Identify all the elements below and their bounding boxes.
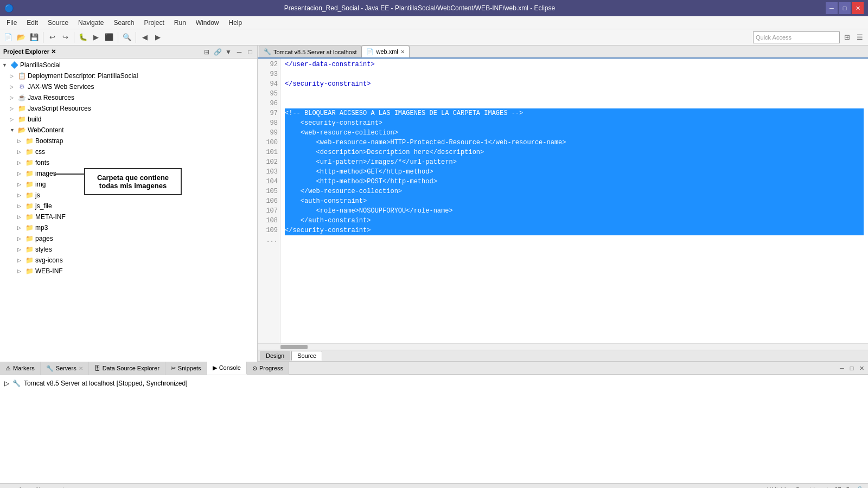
tree-item-meta-inf[interactable]: ▷ 📁 META-INF [0,211,257,222]
servers-icon: 🔧 [46,365,54,372]
js-file-icon: 📁 [25,202,34,210]
tab-markers[interactable]: ⚠ Markers [0,362,41,375]
bottom-panel-close[interactable]: ✕ [857,364,866,373]
project-explorer-title: Project Explorer ✕ [3,48,56,55]
code-line: </web-resource-collection> [285,187,864,196]
panel-menu-button[interactable]: ▼ [224,47,233,57]
search-button[interactable]: 🔍 [121,31,133,43]
line-numbers: 9293949596979899100101102103104105106107… [258,59,280,343]
tree-arrow: ▷ [17,268,25,274]
tree-item-javascript[interactable]: ▷ 📁 JavaScript Resources [0,103,257,114]
toolbar-separator-1 [43,32,43,43]
tree-item-svg-icons[interactable]: ▷ 📁 svg-icons [0,255,257,266]
tree-label: META-INF [35,213,66,221]
tree-item-css[interactable]: ▷ 📁 css [0,146,257,157]
code-line: <web-resource-name>HTTP-Protected-Resour… [285,138,864,147]
save-button[interactable]: 💾 [28,31,40,43]
scrollbar-thumb[interactable] [280,345,308,349]
tab-source[interactable]: Source [291,351,322,361]
img-icon: 📁 [25,180,34,189]
tree-root-plantilla[interactable]: ▼ 🔷 PlantillaSocial [0,60,257,70]
tree-item-pages[interactable]: ▷ 📁 pages [0,233,257,244]
menu-project[interactable]: Project [139,18,168,28]
bottom-panel-max[interactable]: □ [847,364,856,373]
code-editor[interactable]: 9293949596979899100101102103104105106107… [258,59,868,343]
bottom-panel-min[interactable]: ─ [838,364,846,373]
tree-item-build[interactable]: ▷ 📁 build [0,114,257,125]
link-button[interactable]: 🔗 [213,47,222,57]
menu-file[interactable]: File [2,18,21,28]
tab-close-icon[interactable]: ✕ [400,49,405,55]
close-button[interactable]: ✕ [852,2,864,14]
expand-arrow[interactable]: ▷ [4,380,9,387]
debug-button[interactable]: 🐛 [77,31,89,43]
tree-arrow: ▷ [17,192,25,198]
js-icon: 📁 [25,191,34,200]
perspective-button[interactable]: ⊞ [841,31,853,43]
collapse-all-button[interactable]: ⊟ [202,47,212,57]
tab-console[interactable]: ▶ Console [207,362,247,375]
servers-close-icon[interactable]: ✕ [79,365,83,371]
tree-arrow: ▷ [17,171,25,176]
snippets-icon: ✂ [171,365,176,372]
menu-source[interactable]: Source [43,18,73,28]
panel-header-icons: ⊟ 🔗 ▼ ─ □ [202,47,255,57]
js-resources-icon: 📁 [17,104,26,113]
open-button[interactable]: 📂 [15,31,27,43]
stop-button[interactable]: ⬛ [103,31,115,43]
jaxws-icon: ⚙ [17,82,26,91]
run-button[interactable]: ▶ [90,31,102,43]
tab-webxml[interactable]: 📄 web.xml ✕ [361,46,409,57]
next-button[interactable]: ▶ [152,31,164,43]
tab-servers[interactable]: 🔧 Servers ✕ [41,362,89,375]
tree-item-webcontent[interactable]: ▼ 📂 WebContent [0,125,257,136]
tree-item-web-inf[interactable]: ▷ 📁 WEB-INF [0,266,257,277]
minimize-panel-button[interactable]: ─ [234,47,244,57]
horizontal-scrollbar[interactable] [258,343,868,350]
minimize-button[interactable]: ─ [826,2,838,14]
snippets-label: Snippets [178,365,201,371]
tree-item-mp3[interactable]: ▷ 📁 mp3 [0,222,257,233]
code-line: <http-method>GET</http-method> [285,167,864,177]
tree-item-bootstrap[interactable]: ▷ 📁 Bootstrap [0,136,257,146]
tab-snippets[interactable]: ✂ Snippets [165,362,207,375]
annotation-popup: Carpeta que contiene todas mis imagenes [84,168,182,195]
menu-window[interactable]: Window [192,18,224,28]
prev-button[interactable]: ◀ [139,31,151,43]
view-button[interactable]: ☰ [854,31,866,43]
menu-navigate[interactable]: Navigate [74,18,108,28]
menu-run[interactable]: Run [170,18,190,28]
tab-design[interactable]: Design [260,351,290,361]
status-path: ← web-app/#comment [4,486,65,489]
redo-button[interactable]: ↪ [59,31,71,43]
maximize-button[interactable]: □ [839,2,851,14]
datasource-label: Data Source Explorer [103,365,159,371]
tree-label: Bootstrap [35,137,63,145]
menu-search[interactable]: Search [109,18,138,28]
webxml-tab-icon: 📄 [366,48,374,55]
menu-edit[interactable]: Edit [22,18,42,28]
undo-button[interactable]: ↩ [46,31,58,43]
new-button[interactable]: 📄 [2,31,14,43]
tab-progress[interactable]: ⊙ Progress [247,362,289,375]
datasource-icon: 🗄 [94,365,100,371]
tree-label: build [28,115,41,123]
tree-item-fonts[interactable]: ▷ 📁 fonts [0,157,257,168]
tree-arrow: ▷ [17,182,25,187]
tree-item-js-file[interactable]: ▷ 📁 js_file [0,201,257,211]
tree-item-java[interactable]: ▷ ☕ Java Resources [0,92,257,103]
tree-label: css [35,148,45,156]
tree-item-styles[interactable]: ▷ 📁 styles [0,244,257,255]
tab-tomcat[interactable]: 🔧 Tomcat v8.5 Server at localhost [259,46,361,57]
fonts-icon: 📁 [25,158,34,167]
tree-item-deployment[interactable]: ▷ 📋 Deployment Descriptor: PlantillaSoci… [0,70,257,81]
meta-inf-icon: 📁 [25,213,34,221]
quick-access-box[interactable]: Quick Access [753,31,840,43]
tab-data-source[interactable]: 🗄 Data Source Explorer [89,362,165,375]
menu-help[interactable]: Help [225,18,247,28]
code-line: <auth-constraint> [285,196,864,206]
code-content[interactable]: </user-data-constraint> </security-const… [280,59,868,343]
tree-item-jaxws[interactable]: ▷ ⚙ JAX-WS Web Services [0,81,257,92]
progress-label: Progress [259,365,283,371]
maximize-panel-button[interactable]: □ [245,47,255,57]
